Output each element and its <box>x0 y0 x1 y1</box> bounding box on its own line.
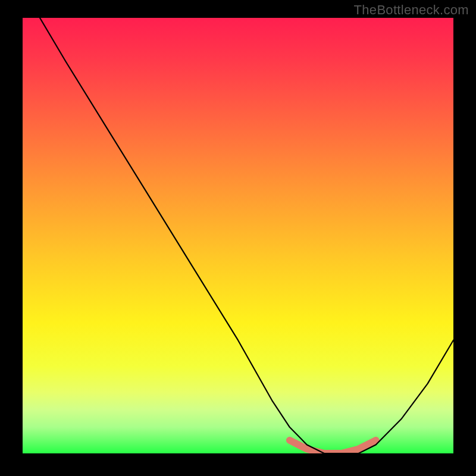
watermark-text: TheBottleneck.com <box>354 2 469 18</box>
chart-frame: TheBottleneck.com <box>0 0 476 476</box>
plot-area <box>23 18 453 453</box>
curve-overlay <box>23 18 453 453</box>
bottleneck-curve <box>40 18 453 453</box>
